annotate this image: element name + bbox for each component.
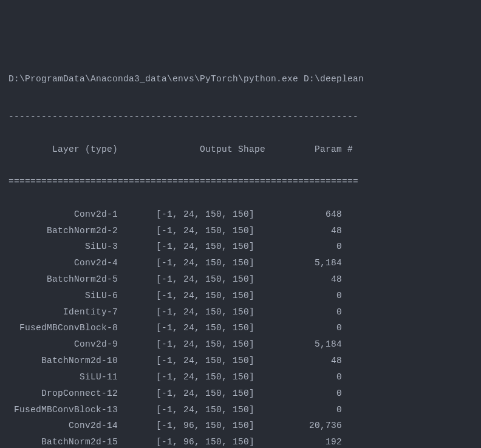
table-body: Conv2d-1 [-1, 24, 150, 150] 648 BatchNor…: [9, 206, 472, 448]
table-row: DropConnect-12 [-1, 24, 150, 150] 0: [9, 385, 472, 402]
table-row: BatchNorm2d-15 [-1, 96, 150, 150] 192: [9, 434, 472, 448]
table-header: Layer (type) Output Shape Param #: [9, 141, 472, 158]
table-row: BatchNorm2d-10 [-1, 24, 150, 150] 48: [9, 353, 472, 369]
table-row: BatchNorm2d-2 [-1, 24, 150, 150] 48: [9, 223, 472, 239]
table-row: Conv2d-9 [-1, 24, 150, 150] 5,184: [9, 336, 472, 353]
table-row: Conv2d-4 [-1, 24, 150, 150] 5,184: [9, 255, 472, 271]
table-row: Conv2d-14 [-1, 96, 150, 150] 20,736: [9, 418, 472, 434]
table-row: Identity-7 [-1, 24, 150, 150] 0: [9, 304, 472, 321]
table-row: FusedMBConvBlock-13 [-1, 24, 150, 150] 0: [9, 402, 472, 418]
table-row: Conv2d-1 [-1, 24, 150, 150] 648: [9, 206, 472, 223]
table-row: SiLU-6 [-1, 24, 150, 150] 0: [9, 288, 472, 304]
table-row: FusedMBConvBlock-8 [-1, 24, 150, 150] 0: [9, 320, 472, 336]
table-row: SiLU-11 [-1, 24, 150, 150] 0: [9, 369, 472, 385]
table-row: SiLU-3 [-1, 24, 150, 150] 0: [9, 239, 472, 255]
table-row: BatchNorm2d-5 [-1, 24, 150, 150] 48: [9, 271, 472, 288]
command-line: D:\ProgramData\Anaconda3_data\envs\PyTor…: [9, 71, 472, 87]
separator-header: ========================================…: [9, 174, 472, 190]
separator-top: ----------------------------------------…: [9, 109, 472, 125]
